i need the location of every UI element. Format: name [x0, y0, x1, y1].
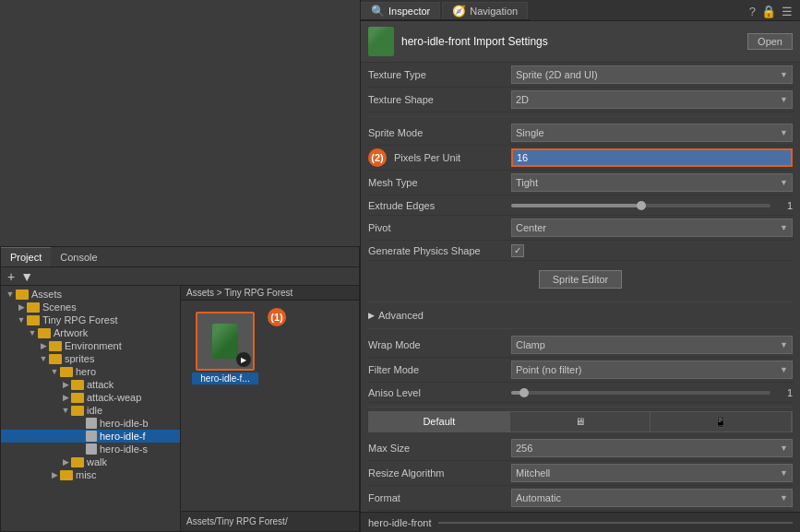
tab-navigation[interactable]: 🧭 Navigation — [442, 2, 528, 19]
row-texture-shape: Texture Shape 2D ▼ — [368, 88, 793, 112]
texture-type-dropdown[interactable]: Sprite (2D and UI) ▼ — [511, 65, 793, 84]
platform-tab-mobile[interactable]: 📱 — [651, 412, 792, 432]
dropdown-arrow-resize-algo: ▼ — [780, 468, 788, 478]
tree-item-attack[interactable]: ▶ attack — [1, 378, 180, 391]
tree-item-misc[interactable]: ▶ misc — [1, 468, 180, 481]
tab-project[interactable]: Project — [1, 247, 51, 266]
tree-item-hero-idle-f[interactable]: hero-idle-f — [1, 430, 180, 443]
inspector-body: Texture Type Sprite (2D and UI) ▼ Textur… — [361, 63, 800, 512]
arrow-attack: ▶ — [60, 380, 71, 389]
wrap-mode-dropdown[interactable]: Clamp ▼ — [511, 336, 793, 354]
format-label: Format — [368, 492, 511, 503]
resize-algo-dropdown[interactable]: Mitchell ▼ — [511, 464, 793, 482]
generate-physics-label: Generate Physics Shape — [368, 245, 511, 256]
open-button[interactable]: Open — [747, 33, 793, 50]
format-dropdown[interactable]: Automatic ▼ — [511, 489, 793, 507]
file-thumbnail: ▶ — [196, 312, 255, 371]
play-button-icon[interactable]: ▶ — [236, 352, 251, 367]
inspector-title: hero-idle-front Import Settings — [401, 35, 740, 48]
tree-label-assets: Assets — [31, 289, 62, 300]
dropdown-arrow-icon[interactable]: ▼ — [18, 269, 36, 284]
tree-label-attack-weap: attack-weap — [87, 392, 141, 403]
aniso-slider[interactable]: 1 — [511, 387, 793, 398]
slider-track — [511, 204, 770, 207]
lock-icon[interactable]: 🔒 — [761, 5, 776, 18]
inspector-tab-icon: 🔍 — [371, 5, 385, 18]
divider-1 — [368, 116, 793, 117]
tab-console[interactable]: Console — [51, 247, 106, 266]
help-icon[interactable]: ? — [749, 5, 756, 18]
max-size-dropdown[interactable]: 256 ▼ — [511, 439, 793, 457]
tree-item-artwork[interactable]: ▼ Artwork — [1, 326, 180, 339]
tree-item-walk[interactable]: ▶ walk — [1, 455, 180, 468]
tree-item-environment[interactable]: ▶ Environment — [1, 339, 180, 352]
texture-shape-value: 2D ▼ — [511, 90, 793, 109]
aniso-level-value: 1 — [511, 387, 793, 398]
folder-icon-walk — [71, 457, 84, 467]
tab-inspector[interactable]: 🔍 Inspector — [361, 2, 440, 19]
add-button[interactable]: + — [5, 269, 18, 284]
pixels-per-unit-input[interactable] — [511, 148, 793, 167]
mesh-type-dropdown[interactable]: Tight ▼ — [511, 173, 793, 192]
folder-icon-hero — [60, 367, 73, 377]
footer-line — [438, 522, 793, 524]
tree-item-hero[interactable]: ▼ hero — [1, 365, 180, 378]
filter-mode-dropdown[interactable]: Point (no filter) ▼ — [511, 361, 793, 379]
max-size-label: Max Size — [368, 443, 511, 454]
arrow-sprites: ▼ — [38, 354, 49, 363]
file-item-hero-idle-front[interactable]: ▶ hero-idle-f... — [192, 312, 258, 384]
arrow-tiny-rpg: ▼ — [16, 315, 27, 325]
tree-label-sprites: sprites — [65, 353, 94, 364]
tree-item-idle[interactable]: ▼ idle — [1, 404, 180, 417]
extrude-edges-slider[interactable]: 1 — [511, 200, 793, 211]
arrow-hero: ▼ — [49, 367, 60, 376]
generate-physics-checkbox[interactable]: ✓ — [511, 244, 524, 257]
platform-default-icon: Default — [373, 416, 506, 427]
tree-item-tiny-rpg[interactable]: ▼ Tiny RPG Forest — [1, 313, 180, 326]
panel-content: ▼ Assets ▶ Scenes ▼ Tiny RPG Forest — [1, 286, 359, 531]
file-grid: ▶ hero-idle-f... (1) — [181, 301, 359, 511]
sprite-image — [212, 324, 238, 359]
arrow-idle: ▼ — [60, 406, 71, 415]
tree-item-scenes[interactable]: ▶ Scenes — [1, 301, 180, 313]
dropdown-arrow-filter-mode: ▼ — [780, 365, 788, 374]
resize-algo-value: Mitchell ▼ — [511, 464, 793, 482]
row-filter-mode: Filter Mode Point (no filter) ▼ — [368, 358, 793, 383]
sprite-mode-dropdown[interactable]: Single ▼ — [511, 124, 793, 142]
dropdown-arrow-format: ▼ — [780, 493, 788, 502]
annotation-2: (2) — [368, 148, 387, 167]
extrude-edges-value: 1 — [511, 200, 793, 211]
advanced-section[interactable]: ▶ Advanced — [368, 306, 793, 325]
arrow-scenes: ▶ — [16, 302, 27, 312]
platform-tab-default[interactable]: Default — [369, 412, 510, 432]
tree-item-hero-idle-b[interactable]: hero-idle-b — [1, 417, 180, 430]
tree-label-hero-idle-s: hero-idle-s — [100, 443, 148, 455]
tree-label-idle: idle — [87, 405, 102, 416]
extrude-edges-label: Extrude Edges — [368, 200, 511, 211]
aniso-level-num: 1 — [774, 387, 793, 398]
pivot-label: Pivot — [368, 222, 511, 233]
sprite-editor-button[interactable]: Sprite Editor — [539, 270, 623, 289]
row-extrude-edges: Extrude Edges 1 — [368, 195, 793, 216]
advanced-label: Advanced — [378, 310, 424, 321]
row-sprite-mode: Sprite Mode Single ▼ — [368, 121, 793, 146]
tree-item-sprites[interactable]: ▼ sprites — [1, 352, 180, 365]
arrow-misc: ▶ — [49, 470, 60, 479]
arrow-artwork: ▼ — [27, 328, 38, 337]
project-toolbar: + ▼ — [1, 267, 359, 286]
texture-type-label: Texture Type — [368, 69, 511, 80]
platform-tab-desktop[interactable]: 🖥 — [510, 412, 651, 432]
phone-unicode: 📱 — [714, 416, 727, 428]
tree-item-attack-weap[interactable]: ▶ attack-weap — [1, 391, 180, 404]
texture-shape-dropdown[interactable]: 2D ▼ — [511, 90, 793, 109]
slider-thumb — [637, 201, 646, 210]
menu-icon[interactable]: ☰ — [782, 5, 793, 18]
arrow-attack-weap: ▶ — [60, 393, 71, 402]
asset-icon — [368, 27, 394, 56]
pivot-dropdown[interactable]: Center ▼ — [511, 219, 793, 237]
tree-panel: ▼ Assets ▶ Scenes ▼ Tiny RPG Forest — [1, 286, 181, 531]
row-wrap-mode: Wrap Mode Clamp ▼ — [368, 333, 793, 358]
tree-item-assets[interactable]: ▼ Assets — [1, 288, 180, 301]
tree-item-hero-idle-s[interactable]: hero-idle-s — [1, 443, 180, 455]
divider-4 — [368, 407, 793, 408]
